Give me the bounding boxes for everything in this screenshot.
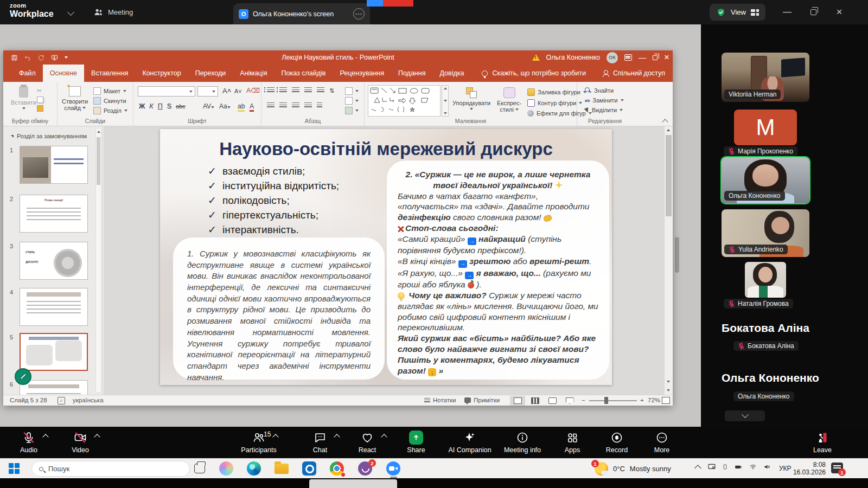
ribbon-tab-3[interactable]: Вставлення — [84, 65, 135, 82]
smartart-button[interactable] — [345, 107, 359, 114]
font-glyph-button-2[interactable]: К — [149, 102, 153, 110]
view-normal-button[interactable] — [510, 396, 525, 406]
sidebar-collapse-button[interactable] — [725, 410, 765, 421]
columns-button[interactable] — [317, 102, 322, 108]
tab-meeting[interactable]: Meeting — [93, 0, 133, 24]
find-button[interactable]: Знайти — [585, 87, 624, 94]
taskbar-app-copilot[interactable] — [219, 461, 234, 476]
slide-thumbnail-1[interactable] — [20, 146, 88, 184]
ppt-close-button[interactable]: × — [664, 52, 669, 63]
ribbon-tab-4[interactable]: Конструктор — [135, 65, 188, 82]
save-icon[interactable] — [11, 54, 18, 61]
decrease-indent-button[interactable] — [292, 87, 299, 93]
panel-scrollbar[interactable] — [95, 128, 101, 393]
spellcheck-icon[interactable]: ✓ — [58, 397, 65, 404]
text-direction-button[interactable]: ⇅ — [329, 87, 334, 94]
ribbon-tab-9[interactable]: Подання — [391, 65, 432, 82]
highlight-button[interactable]: ab — [238, 102, 245, 112]
zoom-out-button[interactable]: − — [582, 397, 585, 403]
section-button[interactable]: Розділ — [93, 107, 127, 114]
ppt-minimize-button[interactable]: — — [639, 53, 646, 62]
change-case-button[interactable]: Aa — [219, 102, 231, 110]
window-restore-button[interactable] — [806, 6, 820, 18]
text-align-button[interactable] — [345, 87, 359, 95]
chevron-up-icon[interactable] — [94, 434, 100, 440]
window-close-button[interactable]: × — [832, 6, 846, 18]
previous-slide-button[interactable] — [667, 129, 670, 131]
ribbon-tab-6[interactable]: Анімація — [233, 65, 274, 82]
reset-button[interactable]: Скинути — [93, 97, 127, 105]
replace-button[interactable]: abЗамінити — [585, 97, 624, 104]
font-glyph-button-1[interactable]: Ж — [139, 102, 145, 110]
ribbon-tab-7[interactable]: Показ слайдів — [275, 65, 333, 82]
shapes-gallery[interactable] — [368, 85, 441, 117]
chevron-down-icon[interactable] — [67, 9, 74, 16]
slide-thumbnail-6[interactable] — [20, 380, 88, 395]
start-button[interactable] — [9, 463, 20, 474]
align-center-button[interactable] — [279, 102, 287, 108]
window-minimize-button[interactable]: — — [780, 6, 794, 18]
more-options-icon[interactable]: ⋯ — [353, 8, 365, 20]
share-document-button[interactable]: Спільний доступ — [602, 65, 665, 82]
format-painter-button[interactable] — [37, 105, 43, 112]
font-glyph-button-4[interactable]: S — [167, 102, 171, 110]
numbering-button[interactable] — [279, 87, 287, 93]
taskbar-app-outlook[interactable] — [302, 461, 317, 476]
comments-toggle[interactable]: Примітки — [464, 397, 500, 403]
justify-button[interactable] — [304, 102, 312, 108]
grow-font-button[interactable]: A˄ — [222, 87, 231, 95]
zoom-slider[interactable] — [589, 400, 637, 401]
toolbar-more[interactable]: More — [629, 430, 694, 454]
video-tile[interactable]: Yulia Andrienko — [722, 209, 809, 257]
account-avatar[interactable]: ОК — [607, 52, 618, 63]
align-left-button[interactable] — [267, 102, 275, 108]
bullets-button[interactable] — [267, 87, 275, 93]
collapse-ribbon-button[interactable] — [662, 119, 668, 124]
next-slide-button[interactable] — [667, 381, 670, 383]
font-color-button[interactable]: A — [250, 102, 254, 112]
ppt-restore-button[interactable] — [653, 55, 658, 60]
toolbar-leave[interactable]: Leave — [790, 430, 855, 454]
taskbar-app-chrome[interactable] — [330, 461, 344, 476]
copy-button[interactable] — [37, 97, 43, 103]
view-slideshow-button[interactable] — [562, 396, 577, 406]
initial-tile[interactable]: M — [734, 110, 797, 145]
font-glyph-button-5[interactable]: abc — [176, 103, 186, 110]
photo-tile[interactable] — [745, 262, 786, 298]
tell-me-box[interactable]: Скажіть, що потрібно зробити — [482, 65, 586, 82]
redo-icon[interactable] — [37, 54, 44, 61]
language-indicator[interactable]: українська — [73, 397, 104, 403]
phone-icon[interactable] — [722, 463, 728, 471]
taskbar-search[interactable]: Пошук — [31, 461, 190, 477]
slide-thumbnail-3[interactable]: СТИЛЬДИСКУРС — [20, 242, 88, 280]
taskbar-app-edge[interactable] — [247, 461, 261, 476]
char-spacing-button[interactable]: AV — [203, 102, 214, 110]
view-sorter-button[interactable] — [527, 396, 542, 406]
zoom-level[interactable]: 72% — [648, 397, 660, 403]
section-header[interactable]: Розділ за замовчуванням — [11, 133, 87, 139]
notes-toggle[interactable]: Нотатки — [424, 397, 456, 403]
stop-share-sliver[interactable] — [383, 0, 413, 7]
slide-thumbnail-5[interactable] — [20, 333, 88, 371]
select-button[interactable]: Виділити — [585, 107, 624, 113]
video-tile[interactable]: Viktoriia Herman — [722, 53, 809, 102]
ribbon-tab-5[interactable]: Переходи — [188, 65, 233, 82]
undo-icon[interactable] — [24, 54, 31, 61]
chevron-up-icon[interactable] — [272, 434, 278, 440]
slide-thumbnail-4[interactable] — [20, 288, 88, 326]
paste-button[interactable]: Вставити — [11, 86, 36, 110]
taskbar-app-viber[interactable]: 2 — [358, 461, 373, 476]
clear-format-button[interactable]: A⌫ — [246, 87, 260, 94]
slide-canvas[interactable]: Науково-освітній мережевий дискурс ✓взає… — [160, 129, 612, 385]
start-slideshow-icon[interactable] — [50, 54, 59, 61]
increase-indent-button[interactable] — [304, 87, 312, 93]
zoom-in-button[interactable]: + — [640, 397, 644, 403]
align-right-button[interactable] — [292, 102, 299, 108]
task-view-button[interactable] — [194, 464, 205, 473]
taskbar-app-zoom[interactable] — [386, 461, 401, 476]
ribbon-tab-8[interactable]: Рецензування — [333, 65, 391, 82]
slide-scrollbar[interactable] — [664, 126, 673, 395]
customize-qat-icon[interactable] — [65, 56, 68, 59]
shapes-scroll[interactable] — [442, 85, 449, 117]
ribbon-display-options-icon[interactable] — [624, 54, 632, 61]
